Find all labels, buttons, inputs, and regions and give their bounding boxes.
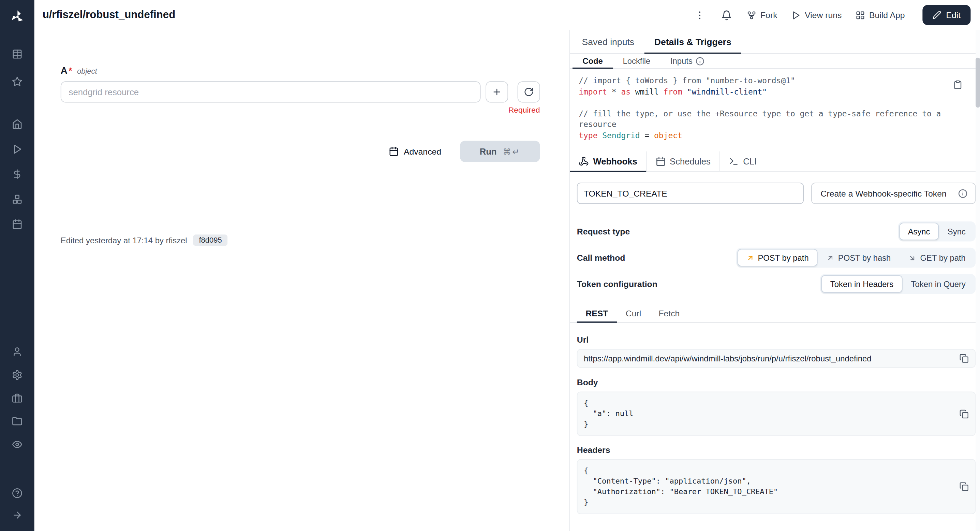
call-method-toggle: POST by path POST by hash GET by path	[736, 248, 975, 268]
tab-rest[interactable]: REST	[577, 305, 617, 322]
resource-input[interactable]	[61, 81, 481, 102]
option-get-by-path[interactable]: GET by path	[899, 249, 974, 266]
tab-cli-label: CLI	[743, 156, 757, 166]
option-sync[interactable]: Sync	[939, 223, 974, 240]
option-post-by-hash-label: POST by hash	[838, 253, 891, 262]
advanced-button[interactable]: Advanced	[389, 147, 441, 156]
tab-saved-inputs[interactable]: Saved inputs	[572, 30, 644, 53]
edited-row: Edited yesterday at 17:14 by rfiszel f8d…	[61, 234, 540, 246]
headers-json: { "Content-Type": "application/json", "A…	[584, 466, 950, 508]
sidebar-item-help[interactable]	[0, 482, 35, 504]
sidebar-group-bottom	[0, 482, 35, 526]
terminal-icon	[729, 156, 738, 166]
topbar: u/rfiszel/robust_undefined Fork View run…	[35, 0, 980, 30]
snippet-tab-bar: REST Curl Fetch	[570, 305, 980, 323]
body-section: Body { "a": null }	[577, 378, 975, 436]
sidebar-item-audit-logs[interactable]	[0, 433, 35, 456]
sidebar-item-folders[interactable]	[0, 410, 35, 433]
tab-cli[interactable]: CLI	[720, 151, 765, 172]
scrollbar-track[interactable]	[975, 30, 980, 531]
sidebar-item-schedules[interactable]	[0, 212, 35, 236]
details-pane: Saved inputs Details & Triggers Code Loc…	[570, 30, 980, 531]
create-webhook-token-button[interactable]: Create a Webhook-specific Token	[811, 183, 975, 204]
eye-icon	[12, 439, 22, 450]
copy-icon	[959, 482, 969, 491]
bell-icon	[721, 10, 732, 20]
option-async[interactable]: Async	[899, 223, 939, 240]
headers-value-box: { "Content-Type": "application/json", "A…	[577, 459, 975, 514]
tab-schedules[interactable]: Schedules	[646, 151, 720, 172]
token-configuration-toggle: Token in Headers Token in Query	[820, 274, 975, 294]
sidebar-group-main	[0, 111, 35, 236]
sidebar-item-favorites[interactable]	[0, 68, 35, 95]
fork-button[interactable]: Fork	[745, 8, 778, 22]
tab-curl[interactable]: Curl	[617, 305, 650, 322]
copy-icon	[959, 354, 969, 363]
pencil-icon	[932, 11, 941, 19]
tab-inputs[interactable]: Inputs	[660, 54, 714, 68]
field-name-label: A	[61, 65, 67, 76]
request-type-label: Request type	[577, 226, 630, 236]
sidebar-item-settings[interactable]	[0, 364, 35, 387]
version-hash-badge[interactable]: f8d095	[193, 234, 228, 246]
option-token-in-query[interactable]: Token in Query	[902, 275, 975, 292]
sidebar-item-variables[interactable]	[0, 161, 35, 187]
gear-icon	[12, 370, 22, 380]
run-button[interactable]: Run ⌘↵	[460, 140, 540, 162]
request-type-row: Request type Async Sync	[577, 222, 975, 242]
more-options-button[interactable]	[692, 7, 707, 23]
add-resource-button[interactable]	[485, 81, 508, 102]
tab-code[interactable]: Code	[573, 54, 613, 68]
kebab-menu-icon	[694, 10, 705, 20]
sidebar-item-apps[interactable]	[0, 40, 35, 68]
windmill-logo-icon[interactable]	[8, 8, 27, 26]
field-type-label: object	[77, 67, 97, 76]
calendar-icon	[12, 219, 22, 229]
code-editor[interactable]: // import { toWords } from "number-to-wo…	[570, 69, 980, 151]
copy-body-button[interactable]	[959, 409, 969, 418]
url-value-box: https://app.windmill.dev/api/w/windmill-…	[577, 349, 975, 368]
tab-inputs-label: Inputs	[670, 56, 692, 65]
copy-url-button[interactable]	[959, 354, 969, 363]
copy-icon	[959, 409, 969, 418]
refresh-button[interactable]	[518, 81, 540, 102]
token-input[interactable]	[577, 183, 804, 204]
build-app-button[interactable]: Build App	[854, 8, 906, 22]
arrow-up-right-icon	[826, 254, 834, 262]
view-runs-label: View runs	[805, 10, 842, 19]
calendar-icon	[655, 156, 665, 166]
notifications-button[interactable]	[719, 7, 734, 23]
form-area: A * object Required	[61, 65, 540, 246]
sidebar-item-expand[interactable]	[0, 504, 35, 526]
tab-webhooks-label: Webhooks	[593, 156, 637, 166]
sidebar-item-workers[interactable]	[0, 387, 35, 410]
sidebar-item-users[interactable]	[0, 340, 35, 364]
headers-section: Headers { "Content-Type": "application/j…	[577, 445, 975, 514]
play-icon	[12, 144, 22, 154]
url-section: Url https://app.windmill.dev/api/w/windm…	[577, 335, 975, 368]
option-post-by-path[interactable]: POST by path	[737, 249, 817, 266]
git-fork-icon	[747, 10, 756, 19]
required-hint: Required	[61, 106, 540, 115]
tab-webhooks[interactable]: Webhooks	[570, 151, 647, 172]
sidebar-item-runs[interactable]	[0, 137, 35, 161]
option-token-in-headers[interactable]: Token in Headers	[821, 275, 902, 292]
scrollbar-thumb[interactable]	[975, 58, 980, 108]
windmill-app: u/rfiszel/robust_undefined Fork View run…	[0, 0, 980, 531]
view-runs-button[interactable]: View runs	[790, 8, 843, 22]
copy-headers-button[interactable]	[959, 482, 969, 491]
copy-code-button[interactable]	[953, 80, 962, 89]
tab-fetch[interactable]: Fetch	[650, 305, 689, 322]
option-post-by-hash[interactable]: POST by hash	[817, 249, 899, 266]
advanced-label: Advanced	[404, 147, 441, 156]
tab-details-and-triggers[interactable]: Details & Triggers	[644, 30, 741, 53]
tab-lockfile[interactable]: Lockfile	[613, 54, 660, 68]
help-circle-icon	[12, 488, 22, 499]
url-label: Url	[577, 335, 975, 344]
boxes-icon	[12, 193, 22, 204]
sidebar-item-resources[interactable]	[0, 187, 35, 211]
sidebar	[0, 0, 35, 531]
edit-button[interactable]: Edit	[923, 5, 971, 25]
token-configuration-row: Token configuration Token in Headers Tok…	[577, 274, 975, 294]
sidebar-item-home[interactable]	[0, 111, 35, 136]
